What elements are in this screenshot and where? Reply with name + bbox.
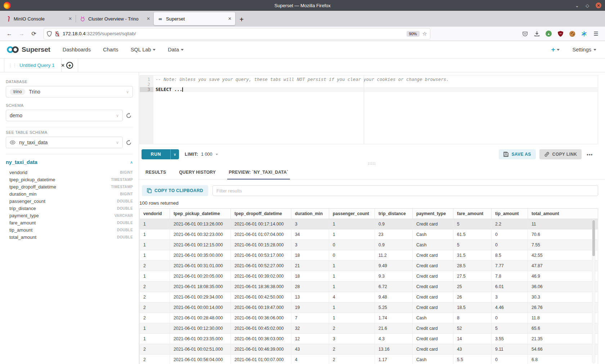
filter-results-input[interactable] [212,185,598,196]
zoom-level-badge[interactable]: 90% [407,31,420,37]
editor-code-area[interactable]: -- Note: Unless you save your query, the… [153,76,598,144]
tab-close-icon[interactable]: ✕ [68,16,72,21]
browser-tab-minio[interactable]: MinIO Console ✕ [1,12,76,25]
copy-to-clipboard-button[interactable]: COPY TO CLIPBOARD [142,185,208,196]
window-maximize-icon[interactable]: ◇ [586,3,589,8]
pocket-icon[interactable] [522,31,528,37]
drag-handle-icon[interactable]: ⋮⋮ [8,63,17,68]
table-cell: Credit card [413,271,453,282]
limit-dropdown[interactable]: LIMIT: 1 000 [185,152,218,157]
results-column-header[interactable]: passenger_count [329,209,375,219]
results-column-header[interactable]: trip_distance [375,209,413,219]
table-row[interactable]: 22021-06-01 00:29:34.0002021-06-01 00:42… [140,292,598,302]
tab-results[interactable]: RESULTS [145,169,166,179]
results-column-header[interactable]: tpep_pickup_datetime [170,209,231,219]
pane-splitter-handle[interactable]: •••••••••• [139,162,605,165]
schema-select[interactable]: demo ∨ [6,110,123,121]
table-row[interactable]: 12021-06-01 00:35:00.0002021-06-01 00:53… [140,250,598,261]
table-row[interactable]: 22021-06-01 18:08:35.0002021-06-01 18:36… [140,282,598,292]
tab-close-icon[interactable]: ✕ [228,16,232,21]
table-cell: 2021-06-01 00:12:15.000 [170,240,231,250]
table-cell: Credit card [413,261,453,271]
table-cell: 5 [492,323,528,334]
window-close-icon[interactable]: ✕ [596,3,601,8]
table-row[interactable]: 22021-06-01 00:00:14.0002021-06-01 00:19… [140,302,598,313]
results-column-header[interactable]: vendorid [140,209,170,219]
table-cell: Credit card [413,292,453,302]
new-tab-button[interactable]: + [239,16,244,23]
ublock-icon[interactable]: uo [557,31,564,37]
sql-editor[interactable]: 1 2 3 -- Note: Unless you save your quer… [139,75,598,144]
table-cell: 9.49 [375,261,413,271]
menu-hamburger-icon[interactable]: ☰ [593,31,599,37]
table-cell: 8.5 [492,250,528,261]
table-row[interactable]: 22021-06-01 00:56:04.0002021-06-01 01:00… [140,355,598,364]
column-name: trip_distance [9,206,36,211]
table-cell: 54.66 [528,344,598,355]
results-column-header[interactable]: fare_amount [453,209,492,219]
table-row[interactable]: 12021-06-01 00:13:26.0002021-06-01 00:17… [140,219,598,229]
bookmark-star-icon[interactable]: ☆ [422,31,427,37]
window-minimize-icon[interactable]: ⌄ [575,3,579,8]
tab-query-history[interactable]: QUERY HISTORY [179,169,216,179]
table-row[interactable]: 22021-06-01 00:02:51.0002021-06-01 00:46… [140,344,598,355]
back-button[interactable]: ← [4,29,14,39]
table-schema-header[interactable]: ny_taxi_data ∧ [6,159,133,165]
multi-account-icon[interactable] [581,31,587,37]
table-row[interactable]: 22021-06-01 00:28:48.0002021-06-01 00:36… [140,313,598,323]
column-name: tpep_dropoff_datetime [9,184,56,190]
table-row[interactable]: 12021-06-01 00:20:05.0002021-06-01 00:39… [140,271,598,282]
nav-item-dashboards[interactable]: Dashboards [63,47,91,53]
table-select[interactable]: ny_taxi_data ∨ [6,137,123,148]
run-button-label[interactable]: RUN [142,149,170,159]
table-cell: 2021-06-01 01:07:04.000 [231,229,291,240]
download-icon[interactable] [534,31,540,37]
table-cell: Credit card [413,344,453,355]
refresh-schemas-icon[interactable] [126,113,133,119]
plus-circle-icon: + [66,62,73,69]
collapse-chevron-icon[interactable]: ∧ [130,160,133,165]
url-bar[interactable]: 172.18.0.4:32295/superset/sqllab/ 90% ☆ [44,28,430,39]
new-query-tab-button[interactable]: + [62,59,78,72]
browser-tab-superset[interactable]: ∞ Superset ✕ [154,12,235,25]
superset-brand[interactable]: Superset [6,45,50,54]
settings-menu[interactable]: Settings [573,47,596,53]
table-row[interactable]: 12021-06-01 00:23:35.0002021-06-01 00:36… [140,334,598,344]
tab-preview-table[interactable]: PREVIEW: `NY_TAXI_DATA` [229,169,288,179]
nav-item-charts[interactable]: Charts [103,47,118,53]
table-scrollbar-thumb[interactable] [592,220,595,256]
table-row[interactable]: 12021-06-01 00:32:23.0002021-06-01 01:07… [140,229,598,240]
shield-icon[interactable] [47,31,52,37]
run-query-button[interactable]: RUN ∨ [142,149,179,159]
query-tab-active[interactable]: ⋮⋮ Untitled Query 1 ✕ [4,59,62,72]
results-column-header[interactable]: total_amount [528,209,598,219]
results-column-header[interactable]: payment_type [413,209,453,219]
new-item-button[interactable]: + [551,46,559,54]
nav-item-data[interactable]: Data [168,47,184,53]
run-options-chevron-icon[interactable]: ∨ [170,149,179,159]
insecure-lock-icon[interactable] [55,31,60,37]
browser-tab-trino[interactable]: Cluster Overview - Trino ✕ [76,12,154,25]
table-row[interactable]: 12021-06-01 00:12:15.0002021-06-01 00:15… [140,240,598,250]
results-column-header[interactable]: duration_min [291,209,329,219]
table-cell: 1 [140,271,170,282]
cookie-extension-icon[interactable] [569,31,575,37]
table-row[interactable]: 22021-06-01 00:31:01.0002021-06-01 00:52… [140,261,598,271]
privacy-badger-icon[interactable]: ▲ [546,31,552,37]
more-options-button[interactable]: ••• [585,152,594,157]
forward-button[interactable]: → [17,29,27,39]
save-as-button[interactable]: SAVE AS [499,149,535,159]
database-select[interactable]: trino Trino ∨ [6,86,133,97]
code-line-comment: -- Note: Unless you save your query, the… [153,77,598,82]
table-row[interactable]: 12021-06-01 00:12:30.0002021-06-01 00:45… [140,323,598,334]
results-column-header[interactable]: tpep_dropoff_datetime [231,209,291,219]
nav-item-sql-lab[interactable]: SQL Lab [131,47,156,53]
reload-button[interactable]: ⟳ [29,29,39,39]
tab-close-icon[interactable]: ✕ [147,16,150,21]
table-cell: 42.55 [528,250,598,261]
table-cell: 26.76 [528,302,598,313]
refresh-tables-icon[interactable] [126,140,133,146]
sqllab-editor-pane: 1 2 3 -- Note: Unless you save your quer… [139,72,605,364]
copy-link-button[interactable]: COPY LINK [539,149,582,159]
results-column-header[interactable]: tip_amount [492,209,528,219]
